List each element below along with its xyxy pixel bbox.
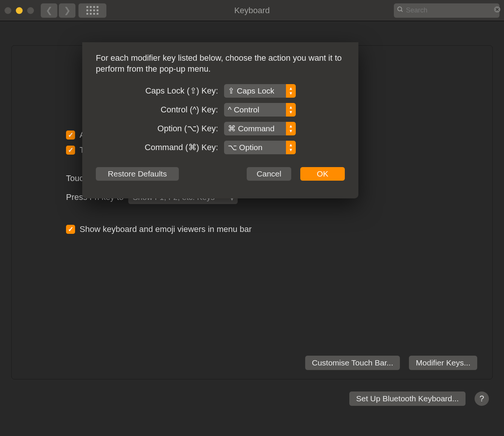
svg-point-0 xyxy=(398,7,402,11)
svg-line-1 xyxy=(401,10,403,12)
close-window-button[interactable] xyxy=(5,7,11,14)
caps-lock-label: Caps Lock (⇪) Key: xyxy=(96,86,224,96)
show-emoji-label: Show keyboard and emoji viewers in menu … xyxy=(80,224,252,234)
forward-button[interactable]: ❯ xyxy=(59,3,75,18)
stepper-icon: ▲▼ xyxy=(286,141,296,154)
stepper-icon: ▲▼ xyxy=(286,122,296,135)
modifier-keys-label: Modifier Keys... xyxy=(416,358,470,367)
adjust-brightness-checkbox[interactable] xyxy=(66,130,75,140)
restore-defaults-label: Restore Defaults xyxy=(108,169,167,178)
customise-touch-bar-label: Customise Touch Bar... xyxy=(312,358,393,367)
cancel-button[interactable]: Cancel xyxy=(247,167,291,181)
back-button[interactable]: ❮ xyxy=(41,3,57,18)
command-popup-value: ⌥ Option xyxy=(228,143,263,152)
grid-icon xyxy=(86,6,98,15)
control-popup[interactable]: ^ Control ▲▼ xyxy=(224,103,296,117)
panel-bottom-buttons: Customise Touch Bar... Modifier Keys... xyxy=(305,356,477,370)
clear-search-icon[interactable] xyxy=(493,6,501,15)
help-button[interactable]: ? xyxy=(475,391,489,406)
sheet-button-row: Restore Defaults Cancel OK xyxy=(96,167,345,181)
minimize-window-button[interactable] xyxy=(16,7,23,14)
chevron-right-icon: ❯ xyxy=(64,6,71,15)
stepper-icon: ▲▼ xyxy=(286,103,296,117)
restore-defaults-button[interactable]: Restore Defaults xyxy=(96,167,179,181)
show-all-button[interactable] xyxy=(78,3,106,18)
sheet-description: For each modifier key listed below, choo… xyxy=(96,53,345,74)
control-label: Control (^) Key: xyxy=(96,105,224,115)
zoom-window-button[interactable] xyxy=(27,7,34,14)
modifier-keys-sheet: For each modifier key listed below, choo… xyxy=(82,42,358,198)
modifier-keys-button[interactable]: Modifier Keys... xyxy=(409,356,477,370)
turn-backlight-checkbox[interactable] xyxy=(66,146,75,155)
modifier-key-grid: Caps Lock (⇪) Key: ⇪ Caps Lock ▲▼ Contro… xyxy=(96,84,345,154)
ok-label: OK xyxy=(317,169,328,178)
stepper-icon: ▲▼ xyxy=(286,84,296,98)
ok-button[interactable]: OK xyxy=(300,167,345,181)
customise-touch-bar-button[interactable]: Customise Touch Bar... xyxy=(305,356,400,370)
caps-lock-popup-value: ⇪ Caps Lock xyxy=(228,86,274,95)
help-icon: ? xyxy=(479,394,484,404)
show-emoji-checkbox[interactable] xyxy=(66,225,75,234)
search-icon xyxy=(397,6,404,15)
control-popup-value: ^ Control xyxy=(228,105,259,114)
bluetooth-keyboard-label: Set Up Bluetooth Keyboard... xyxy=(356,394,459,403)
option-label: Option (⌥) Key: xyxy=(96,124,224,134)
traffic-lights xyxy=(5,7,34,14)
content-area: Adj Tur Touch Bar shows App Controls ▲▼ … xyxy=(0,21,504,436)
chevron-left-icon: ❮ xyxy=(46,6,52,15)
caps-lock-popup[interactable]: ⇪ Caps Lock ▲▼ xyxy=(224,84,296,98)
footer-bar: Set Up Bluetooth Keyboard... ? xyxy=(349,391,489,406)
cancel-label: Cancel xyxy=(257,169,281,178)
nav-buttons: ❮ ❯ xyxy=(41,3,75,18)
show-emoji-row: Show keyboard and emoji viewers in menu … xyxy=(66,224,483,234)
bluetooth-keyboard-button[interactable]: Set Up Bluetooth Keyboard... xyxy=(349,391,466,406)
option-popup-value: ⌘ Command xyxy=(228,124,275,133)
search-input[interactable] xyxy=(406,6,493,14)
titlebar: ❮ ❯ Keyboard xyxy=(0,0,504,21)
option-popup[interactable]: ⌘ Command ▲▼ xyxy=(224,122,296,135)
command-label: Command (⌘) Key: xyxy=(96,143,224,152)
command-popup[interactable]: ⌥ Option ▲▼ xyxy=(224,141,296,154)
search-box[interactable] xyxy=(394,3,499,18)
